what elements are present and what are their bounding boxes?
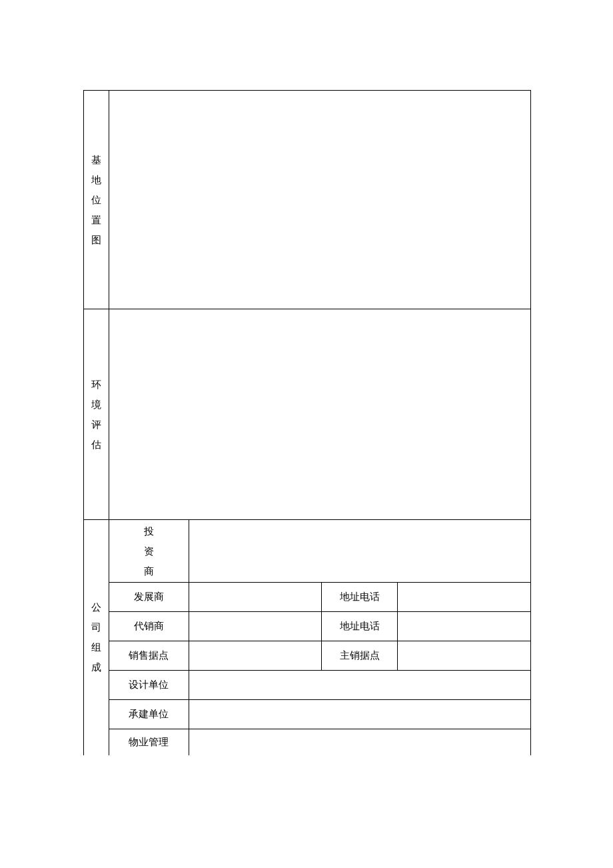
- location-content: [109, 91, 530, 309]
- construction-unit-label: 承建单位: [109, 700, 189, 729]
- developer-label: 发展商: [109, 583, 189, 612]
- agent-value: [189, 612, 322, 641]
- section-label-location: 基地位置图: [84, 91, 109, 309]
- section-label-environment: 环境评估: [84, 309, 109, 520]
- investor-value: [189, 520, 530, 583]
- investor-label: 投资商: [109, 520, 189, 583]
- agent-addr-label: 地址电话: [322, 612, 398, 641]
- main-sales-point-value: [398, 641, 531, 671]
- section-label-company: 公司组成: [84, 520, 109, 755]
- form-table: 基地位置图 环境评估 公司组成 投资商 发展商 地址电话 代销商: [83, 90, 531, 755]
- developer-addr-value: [398, 583, 531, 612]
- design-unit-label: 设计单位: [109, 671, 189, 700]
- developer-addr-label: 地址电话: [322, 583, 398, 612]
- agent-label: 代销商: [109, 612, 189, 641]
- agent-addr-value: [398, 612, 531, 641]
- sales-point-label: 销售据点: [109, 641, 189, 671]
- property-mgmt-value: [189, 729, 530, 755]
- property-mgmt-label: 物业管理: [109, 729, 189, 755]
- environment-content: [109, 309, 530, 520]
- main-sales-point-label: 主销据点: [322, 641, 398, 671]
- developer-value: [189, 583, 322, 612]
- design-unit-value: [189, 671, 530, 700]
- construction-unit-value: [189, 700, 530, 729]
- sales-point-value: [189, 641, 322, 671]
